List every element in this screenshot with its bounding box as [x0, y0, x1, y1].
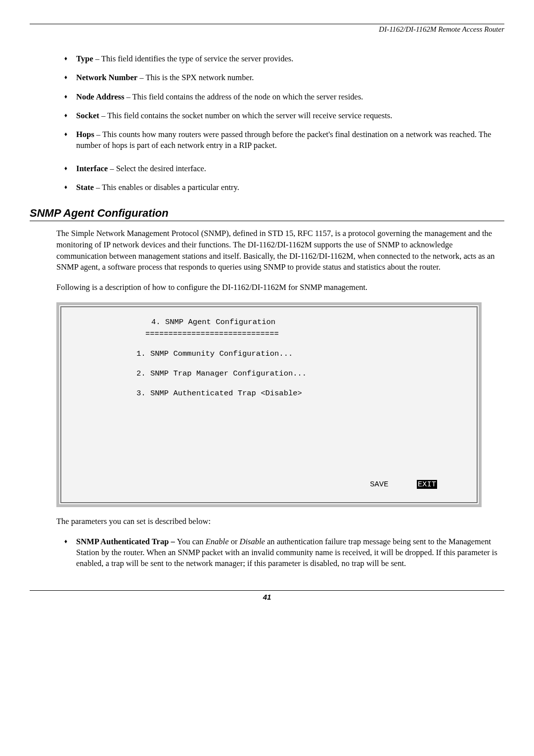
italic-value: Disable — [240, 537, 265, 546]
term-desc: – This field identifies the type of serv… — [93, 54, 294, 63]
term-label: Node Address — [76, 92, 124, 101]
term-label: Interface — [76, 164, 108, 173]
text-fragment: or — [229, 537, 240, 546]
term-desc: – Select the desired interface. — [108, 164, 206, 173]
terminal-screen: 4. SNMP Agent Configuration ============… — [60, 306, 478, 503]
list-item: Hops – This counts how many routers were… — [64, 129, 504, 151]
term-desc: – This enables or disables a particular … — [94, 183, 239, 192]
section-rule — [30, 221, 504, 221]
list-item: Interface – Select the desired interface… — [64, 163, 504, 174]
term-desc: – This field contains the socket number … — [99, 111, 393, 120]
terminal-frame: 4. SNMP Agent Configuration ============… — [56, 302, 482, 507]
list-item: SNMP Authenticated Trap – You can Enable… — [64, 536, 504, 569]
definition-list-top: Type – This field identifies the type of… — [64, 53, 504, 193]
terminal-menu-item[interactable]: 1. SNMP Community Configuration... — [136, 348, 466, 360]
terminal-menu-item[interactable]: 3. SNMP Authenticated Trap <Disable> — [136, 387, 466, 399]
text-fragment: You can — [177, 537, 206, 546]
save-button[interactable]: SAVE — [370, 480, 388, 489]
term-label: State — [76, 183, 94, 192]
list-item: Network Number – This is the SPX network… — [64, 72, 504, 83]
footer-rule — [30, 590, 504, 591]
list-item: Socket – This field contains the socket … — [64, 110, 504, 121]
section-heading: SNMP Agent Configuration — [30, 207, 504, 220]
term-desc: – This field contains the address of the… — [124, 92, 363, 101]
list-item: State – This enables or disables a parti… — [64, 182, 504, 193]
term-desc: – This counts how many routers were pass… — [76, 130, 491, 150]
body-paragraph: The Simple Network Management Protocol (… — [56, 228, 504, 273]
list-item: Node Address – This field contains the a… — [64, 92, 504, 102]
body-paragraph: The parameters you can set is described … — [56, 516, 504, 527]
definition-list-bottom: SNMP Authenticated Trap – You can Enable… — [64, 536, 504, 569]
body-paragraph: Following is a description of how to con… — [56, 282, 504, 293]
page-number: 41 — [30, 593, 504, 601]
exit-button[interactable]: EXIT — [417, 480, 437, 489]
term-label: Hops — [76, 130, 94, 139]
terminal-action-bar: SAVE EXIT — [370, 478, 437, 490]
terminal-menu-item[interactable]: 2. SNMP Trap Manager Configuration... — [136, 368, 466, 379]
italic-value: Enable — [206, 537, 229, 546]
term-label: SNMP Authenticated Trap – — [76, 537, 177, 546]
term-label: Socket — [76, 111, 99, 120]
list-item: Type – This field identifies the type of… — [64, 53, 504, 64]
term-desc: – This is the SPX network number. — [137, 73, 254, 82]
term-label: Type — [76, 54, 93, 63]
page-container: DI-1162/DI-1162M Remote Access Router Ty… — [0, 0, 534, 613]
term-label: Network Number — [76, 73, 137, 82]
header-rule — [30, 24, 504, 24]
terminal-title: 4. SNMP Agent Configuration — [151, 316, 466, 328]
terminal-underline: ============================= — [145, 328, 466, 340]
header-doc-title: DI-1162/DI-1162M Remote Access Router — [30, 25, 504, 34]
